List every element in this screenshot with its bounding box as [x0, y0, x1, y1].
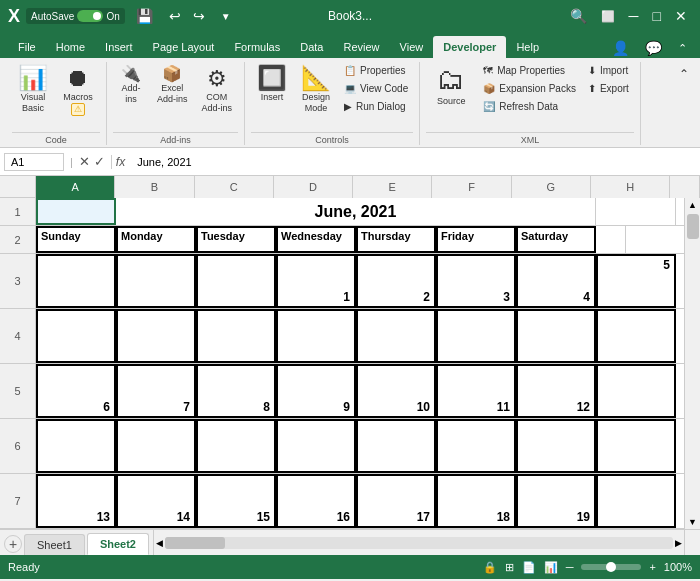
col-header-H[interactable]: H: [591, 176, 670, 198]
scroll-thumb-h[interactable]: [165, 537, 225, 549]
redo-button[interactable]: ↪: [188, 6, 210, 26]
tab-file[interactable]: File: [8, 36, 46, 58]
scroll-thumb-v[interactable]: [687, 214, 699, 239]
macros-button[interactable]: ⏺ Macros ⚠: [56, 62, 100, 120]
ribbon-display-button[interactable]: ⬜: [596, 8, 620, 25]
cell-G7[interactable]: 19: [516, 474, 596, 528]
cell-D7[interactable]: 16: [276, 474, 356, 528]
cell-D3[interactable]: 1: [276, 254, 356, 308]
map-properties-button[interactable]: 🗺 Map Properties: [478, 62, 581, 79]
cell-ref-box[interactable]: A1: [4, 153, 64, 171]
cell-B1-G1[interactable]: June, 2021: [116, 198, 596, 225]
search-button[interactable]: 🔍: [565, 6, 592, 26]
row-num-4[interactable]: 4: [0, 309, 36, 364]
undo-button[interactable]: ↩: [164, 6, 186, 26]
cell-E6[interactable]: [356, 419, 436, 473]
col-header-F[interactable]: F: [432, 176, 511, 198]
autosave-toggle[interactable]: [77, 10, 103, 22]
col-header-D[interactable]: D: [274, 176, 353, 198]
cell-A7[interactable]: 13: [36, 474, 116, 528]
cell-B7[interactable]: 14: [116, 474, 196, 528]
import-button[interactable]: ⬇ Import: [583, 62, 634, 79]
cell-C5[interactable]: 8: [196, 364, 276, 418]
cell-C2[interactable]: Tuesday: [196, 226, 276, 253]
cell-A5[interactable]: 6: [36, 364, 116, 418]
zoom-minus-icon[interactable]: ─: [566, 561, 574, 573]
refresh-data-button[interactable]: 🔄 Refresh Data: [478, 98, 581, 115]
tab-page-layout[interactable]: Page Layout: [143, 36, 225, 58]
cell-A2[interactable]: Sunday: [36, 226, 116, 253]
cell-B3[interactable]: [116, 254, 196, 308]
col-header-C[interactable]: C: [195, 176, 274, 198]
properties-button[interactable]: 📋 Properties: [339, 62, 413, 79]
cell-B4[interactable]: [116, 309, 196, 363]
cell-H7-extra[interactable]: [596, 474, 676, 528]
view-code-button[interactable]: 💻 View Code: [339, 80, 413, 97]
source-button[interactable]: 🗂 Source: [426, 62, 476, 111]
cell-D5[interactable]: 9: [276, 364, 356, 418]
cell-A3[interactable]: [36, 254, 116, 308]
cell-G3[interactable]: 4: [516, 254, 596, 308]
excel-add-ins-button[interactable]: 📦 ExcelAdd-ins: [151, 62, 194, 109]
add-sheet-button[interactable]: +: [4, 535, 22, 553]
sheet-tab-sheet1[interactable]: Sheet1: [24, 534, 85, 555]
cell-H2[interactable]: [596, 226, 626, 253]
cell-C3[interactable]: [196, 254, 276, 308]
row-num-6[interactable]: 6: [0, 419, 36, 474]
cell-H1[interactable]: [596, 198, 676, 225]
cell-F3[interactable]: 3: [436, 254, 516, 308]
cell-F2[interactable]: Friday: [436, 226, 516, 253]
design-mode-button[interactable]: 📐 DesignMode: [295, 62, 337, 118]
cell-C7[interactable]: 15: [196, 474, 276, 528]
sheet-tab-sheet2[interactable]: Sheet2: [87, 533, 149, 555]
accessibility-button[interactable]: 🔒: [483, 561, 497, 574]
cell-A4[interactable]: [36, 309, 116, 363]
scroll-left-button[interactable]: ◀: [156, 538, 163, 548]
cell-G2[interactable]: Saturday: [516, 226, 596, 253]
com-add-ins-button[interactable]: ⚙ COMAdd-ins: [196, 62, 239, 118]
export-button[interactable]: ⬆ Export: [583, 80, 634, 97]
comments-button[interactable]: 💬: [640, 38, 667, 58]
view-page-layout-icon[interactable]: 📄: [522, 561, 536, 574]
cell-C4[interactable]: [196, 309, 276, 363]
maximize-button[interactable]: □: [648, 6, 666, 26]
cell-B6[interactable]: [116, 419, 196, 473]
zoom-thumb[interactable]: [606, 562, 616, 572]
view-page-break-icon[interactable]: 📊: [544, 561, 558, 574]
cell-C6[interactable]: [196, 419, 276, 473]
col-header-G[interactable]: G: [512, 176, 591, 198]
cell-H6-extra[interactable]: [596, 419, 676, 473]
close-button[interactable]: ✕: [670, 6, 692, 26]
visual-basic-button[interactable]: 📊 VisualBasic: [12, 62, 54, 118]
cell-G4[interactable]: [516, 309, 596, 363]
cell-E5[interactable]: 10: [356, 364, 436, 418]
cell-A1[interactable]: [36, 198, 116, 225]
cell-H3-extra[interactable]: 5: [596, 254, 676, 308]
row-num-7[interactable]: 7: [0, 474, 36, 529]
cell-A6[interactable]: [36, 419, 116, 473]
scroll-up-button[interactable]: ▲: [686, 198, 699, 212]
minimize-button[interactable]: ─: [624, 6, 644, 26]
tab-data[interactable]: Data: [290, 36, 333, 58]
insert-control-button[interactable]: 🔲 Insert: [251, 62, 293, 107]
save-button[interactable]: 💾: [131, 6, 158, 26]
col-header-B[interactable]: B: [115, 176, 194, 198]
scroll-right-button[interactable]: ▶: [675, 538, 682, 548]
row-num-2[interactable]: 2: [0, 226, 36, 254]
cell-E7[interactable]: 17: [356, 474, 436, 528]
zoom-plus-icon[interactable]: +: [649, 561, 655, 573]
cell-B5[interactable]: 7: [116, 364, 196, 418]
col-header-A[interactable]: A: [36, 176, 115, 198]
tab-formulas[interactable]: Formulas: [224, 36, 290, 58]
h-scroll-track[interactable]: [165, 537, 673, 549]
cell-E3[interactable]: 2: [356, 254, 436, 308]
run-dialog-button[interactable]: ▶ Run Dialog: [339, 98, 413, 115]
cancel-formula-icon[interactable]: ✕: [79, 154, 90, 169]
formula-input[interactable]: [133, 156, 696, 168]
tab-help[interactable]: Help: [506, 36, 549, 58]
cell-H4-extra[interactable]: [596, 309, 676, 363]
vertical-scrollbar[interactable]: ▲ ▼: [684, 198, 700, 529]
tab-insert[interactable]: Insert: [95, 36, 143, 58]
cell-F5[interactable]: 11: [436, 364, 516, 418]
cell-H5-extra[interactable]: [596, 364, 676, 418]
